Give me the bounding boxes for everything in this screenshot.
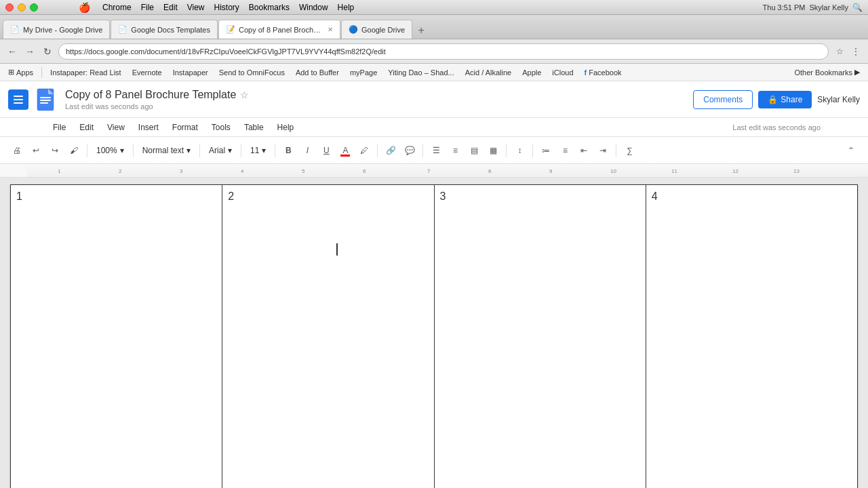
paint-format-button[interactable]: 🖌 — [65, 142, 83, 159]
menu-help[interactable]: Help — [338, 3, 355, 12]
bookmark-mypage-label: myPage — [350, 68, 377, 77]
menu-history[interactable]: History — [214, 3, 239, 12]
menu-item-tools[interactable]: Tools — [206, 120, 236, 135]
panel-cell-3[interactable]: 3 — [434, 185, 646, 489]
highlight-button[interactable]: 🖊 — [355, 142, 373, 159]
numberedlist-button[interactable]: ≡ — [556, 142, 574, 159]
bookmark-separator-1 — [41, 67, 42, 78]
user-avatar[interactable]: Skylar Kelly — [817, 95, 860, 104]
bookmark-evernote[interactable]: Evernote — [128, 67, 166, 78]
hamburger-line-2 — [14, 99, 23, 100]
star-icon[interactable]: ☆ — [240, 89, 249, 100]
menu-item-format[interactable]: Format — [167, 120, 203, 135]
bookmark-omnifocus[interactable]: Send to OmniFocus — [215, 67, 289, 78]
bookmark-buffer[interactable]: Add to Buffer — [292, 67, 343, 78]
comment-button[interactable]: 💬 — [401, 142, 418, 159]
bookmark-instapaper[interactable]: Instapaper: Read List — [46, 67, 125, 78]
bookmark-star-icon[interactable]: ☆ — [833, 45, 846, 58]
bookmark-yiting[interactable]: Yiting Dao – Shad... — [384, 67, 458, 78]
tab-close-brochure[interactable]: ✕ — [328, 26, 333, 33]
comments-button[interactable]: Comments — [693, 90, 753, 109]
menu-file[interactable]: File — [141, 3, 154, 12]
share-button[interactable]: 🔒 Share — [758, 91, 812, 108]
panel-cell-4[interactable]: 4 — [646, 185, 857, 489]
toolbar-sep-4 — [241, 144, 241, 157]
collapse-toolbar-button[interactable]: ⌃ — [842, 142, 860, 159]
menu-item-insert[interactable]: Insert — [133, 120, 164, 135]
print-button[interactable]: 🖨 — [8, 142, 26, 159]
justify-button[interactable]: ▦ — [484, 142, 502, 159]
tab-brochure[interactable]: 📝 Copy of 8 Panel Brochure ✕ — [218, 20, 340, 39]
zoom-dropdown[interactable]: 100% ▾ — [92, 142, 129, 159]
formula-button[interactable]: ∑ — [620, 142, 638, 159]
menu-window[interactable]: Window — [299, 3, 328, 12]
bookmark-apps-label: Apps — [16, 68, 33, 77]
menu-item-file[interactable]: File — [47, 120, 71, 135]
menu-edit[interactable]: Edit — [163, 3, 178, 12]
mac-max-btn[interactable] — [30, 3, 38, 12]
fontsize-dropdown[interactable]: 11 ▾ — [245, 142, 271, 159]
mac-min-btn[interactable] — [18, 3, 26, 12]
bookmark-mypage[interactable]: myPage — [346, 67, 381, 78]
new-tab-button[interactable]: + — [413, 22, 429, 39]
bookmarks-bar: ⊞ Apps Instapaper: Read List Evernote In… — [0, 64, 868, 81]
menu-item-view[interactable]: View — [102, 120, 130, 135]
panel-number-2: 2 — [228, 190, 234, 202]
decrease-indent-button[interactable]: ⇤ — [575, 142, 593, 159]
menu-bookmarks[interactable]: Bookmarks — [249, 3, 290, 12]
last-edit-inline: Last edit was seconds ago — [732, 123, 821, 131]
align-center-button[interactable]: ≡ — [446, 142, 464, 159]
link-button[interactable]: 🔗 — [382, 142, 399, 159]
settings-icon[interactable]: ⋮ — [849, 45, 863, 58]
address-bar[interactable] — [58, 43, 829, 60]
ruler-content: 1 2 3 4 5 6 7 8 9 10 11 12 13 — [27, 164, 868, 177]
tab-favicon-my-drive: 📄 — [10, 25, 20, 35]
menu-view[interactable]: View — [187, 3, 205, 12]
underline-button[interactable]: U — [317, 142, 335, 159]
apple-logo[interactable]: 🍎 — [79, 2, 90, 13]
menu-item-edit[interactable]: Edit — [74, 120, 99, 135]
bookmark-facebook[interactable]: f Facebook — [580, 67, 626, 78]
increase-indent-button[interactable]: ⇥ — [594, 142, 612, 159]
tab-label-brochure: Copy of 8 Panel Brochure — [239, 26, 321, 34]
ruler-mark-11: 11 — [671, 168, 677, 174]
forward-button[interactable]: → — [23, 45, 37, 58]
ruler-mark-9: 9 — [549, 168, 552, 174]
mac-close-btn[interactable] — [5, 3, 14, 12]
bookmark-acid[interactable]: Acid / Alkaline — [461, 67, 515, 78]
doc-title[interactable]: Copy of 8 Panel Brochure Template — [65, 89, 236, 101]
refresh-button[interactable]: ↻ — [41, 45, 54, 58]
fontsize-value: 11 — [250, 146, 259, 155]
bookmark-apps[interactable]: ⊞ Apps — [4, 66, 37, 78]
font-dropdown[interactable]: Arial ▾ — [204, 142, 237, 159]
tab-my-drive[interactable]: 📄 My Drive - Google Drive — [3, 20, 110, 39]
menu-item-table[interactable]: Table — [239, 120, 269, 135]
bookmark-instapaper-label: Instapaper: Read List — [50, 68, 121, 77]
back-button[interactable]: ← — [5, 45, 19, 58]
tab-gdrive[interactable]: 🔵 Google Drive — [341, 20, 412, 39]
text-color-button[interactable]: A — [336, 142, 354, 159]
panel-cell-1[interactable]: 1 — [11, 185, 222, 489]
ruler-mark-8: 8 — [488, 168, 491, 174]
style-dropdown[interactable]: Normal text ▾ — [138, 142, 195, 159]
align-left-button[interactable]: ☰ — [427, 142, 445, 159]
bullets-button[interactable]: ≔ — [537, 142, 555, 159]
align-right-button[interactable]: ▤ — [465, 142, 483, 159]
mac-traffic-lights[interactable] — [5, 3, 38, 12]
bookmark-other[interactable]: Other Bookmarks ▶ — [790, 66, 864, 78]
redo-button[interactable]: ↪ — [46, 142, 64, 159]
panel-cell-2[interactable]: 2 — [222, 185, 434, 489]
tab-templates[interactable]: 📄 Google Docs Templates — [111, 20, 218, 39]
menu-chrome[interactable]: Chrome — [102, 3, 132, 12]
undo-button[interactable]: ↩ — [27, 142, 45, 159]
italic-button[interactable]: I — [298, 142, 316, 159]
bold-button[interactable]: B — [279, 142, 297, 159]
bookmark-apple[interactable]: Apple — [518, 67, 545, 78]
linespacing-button[interactable]: ↕ — [511, 142, 528, 159]
bookmark-icloud[interactable]: iCloud — [548, 67, 577, 78]
bookmark-other-arrow: ▶ — [854, 68, 860, 77]
menu-item-help[interactable]: Help — [272, 120, 300, 135]
gdocs-menu-btn[interactable] — [8, 89, 28, 110]
bookmark-instapaper2[interactable]: Instapaper — [169, 67, 212, 78]
mac-search-icon[interactable]: 🔍 — [852, 3, 863, 12]
